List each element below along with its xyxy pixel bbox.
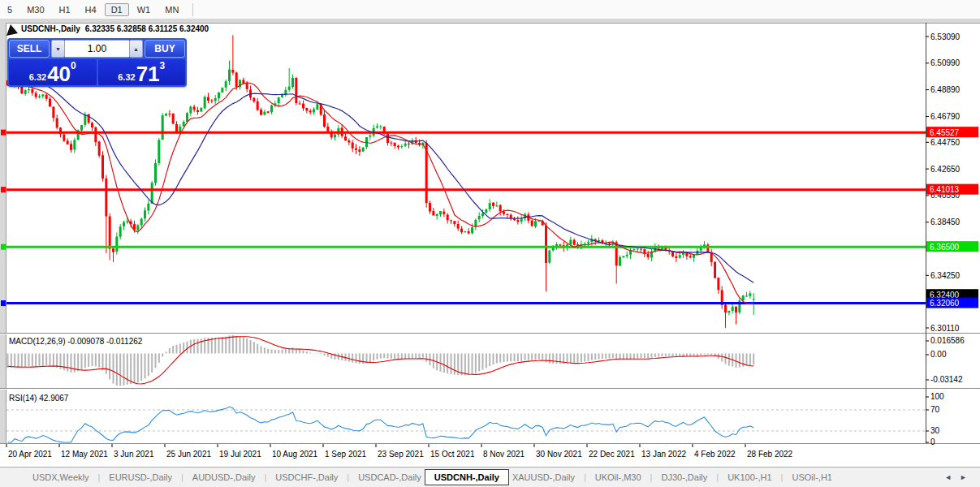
lot-increase-button[interactable]: ▲ (129, 40, 143, 58)
buy-button[interactable]: BUY (145, 40, 185, 58)
svg-text:10 Aug 2021: 10 Aug 2021 (272, 450, 318, 459)
svg-text:70: 70 (930, 405, 940, 414)
svg-text:15 Oct 2021: 15 Oct 2021 (430, 450, 475, 459)
level-line-anchor (1, 130, 6, 136)
chart-symbol-label: USDCNH-,Daily (21, 24, 80, 33)
trade-panel-price-row: 6.32400 6.32713 (9, 59, 185, 85)
svg-text:12 May 2021: 12 May 2021 (61, 450, 108, 459)
chart-title: USDCNH-,Daily6.32335 6.32858 6.31125 6.3… (21, 24, 209, 33)
sell-price-big-digits: 40 (47, 63, 71, 84)
svg-text:19 Jul 2021: 19 Jul 2021 (219, 450, 261, 459)
level-line-anchor (1, 300, 6, 306)
svg-text:25 Jun 2021: 25 Jun 2021 (166, 450, 211, 459)
svg-text:6.53090: 6.53090 (930, 32, 961, 41)
date-axis: 20 Apr 202112 May 20213 Jun 202125 Jun 2… (6, 444, 793, 459)
svg-text:6.46790: 6.46790 (930, 112, 961, 121)
svg-text:30 Nov 2021: 30 Nov 2021 (536, 450, 582, 459)
svg-text:100: 100 (930, 392, 944, 401)
svg-text:22 Dec 2021: 22 Dec 2021 (589, 450, 635, 459)
mt4-window: 5M30H1H4D1W1MN 6.530906.509906.488906.46… (0, 0, 980, 487)
sell-price-display[interactable]: 6.32400 (9, 59, 97, 85)
svg-text:6.36500: 6.36500 (930, 243, 960, 252)
svg-text:MACD(12,26,9) -0.009078 -0.011: MACD(12,26,9) -0.009078 -0.011262 (9, 337, 143, 346)
svg-text:6.45527: 6.45527 (930, 128, 960, 137)
svg-text:3 Jun 2021: 3 Jun 2021 (114, 450, 154, 459)
svg-text:6.42650: 6.42650 (930, 165, 961, 174)
level-line-anchor (1, 244, 6, 250)
buy-price-pipette: 3 (160, 60, 166, 71)
svg-text:0.00: 0.00 (930, 350, 947, 359)
svg-text:0: 0 (930, 437, 935, 446)
svg-text:6.38450: 6.38450 (930, 218, 961, 226)
price-axis-labels: 6.530906.509906.488906.467906.447506.426… (926, 32, 961, 333)
one-click-trading-panel: SELL ▼ ▲ BUY 6.32400 6.32713 (7, 38, 187, 87)
sell-price-pipette: 0 (71, 60, 76, 71)
svg-text:RSI(14) 42.9067: RSI(14) 42.9067 (9, 394, 69, 403)
chart-ohlc-quote: 6.32335 6.32858 6.31125 6.32400 (85, 24, 209, 33)
svg-text:20 Apr 2021: 20 Apr 2021 (8, 450, 52, 459)
svg-text:6.34250: 6.34250 (930, 271, 961, 280)
macd-axis-labels: 0.0165860.00-0.03142 (926, 336, 965, 384)
cursor-arrow-icon (6, 24, 18, 36)
svg-text:-0.03142: -0.03142 (930, 375, 963, 384)
svg-text:6.44750: 6.44750 (930, 138, 961, 147)
svg-text:23 Sep 2021: 23 Sep 2021 (378, 450, 424, 459)
svg-text:4 Feb 2022: 4 Feb 2022 (694, 450, 736, 459)
lot-size-group: ▼ ▲ (51, 40, 143, 58)
lot-decrease-button[interactable]: ▼ (51, 40, 65, 58)
svg-text:6.48890: 6.48890 (930, 85, 961, 94)
svg-text:1 Sep 2021: 1 Sep 2021 (325, 450, 367, 459)
rsi-pane (6, 407, 926, 442)
svg-text:28 Feb 2022: 28 Feb 2022 (747, 450, 793, 459)
rsi-line (8, 407, 754, 442)
rsi-axis-labels: 10070300 (926, 392, 944, 446)
svg-text:0.016586: 0.016586 (930, 336, 965, 345)
horizontal-level-lines[interactable] (1, 130, 926, 306)
svg-text:13 Jan 2022: 13 Jan 2022 (641, 450, 686, 459)
svg-text:8 Nov 2021: 8 Nov 2021 (483, 450, 525, 459)
buy-price-prefix: 6.32 (118, 72, 135, 82)
svg-text:6.41013: 6.41013 (930, 185, 960, 194)
svg-text:30: 30 (930, 426, 940, 435)
trade-panel-top-row: SELL ▼ ▲ BUY (9, 40, 185, 58)
buy-price-display[interactable]: 6.32713 (98, 59, 186, 85)
sell-price-prefix: 6.32 (29, 72, 46, 82)
sell-button[interactable]: SELL (9, 40, 50, 58)
level-line-anchor (1, 187, 6, 192)
svg-text:6.30110: 6.30110 (930, 324, 960, 333)
svg-text:6.50990: 6.50990 (930, 58, 961, 67)
indicator-labels: MACD(12,26,9) -0.009078 -0.011262RSI(14)… (9, 337, 143, 403)
moving-average-lines (8, 61, 754, 304)
svg-text:6.32060: 6.32060 (930, 299, 960, 308)
buy-price-big-digits: 71 (136, 63, 160, 84)
lot-size-input[interactable] (65, 40, 129, 58)
